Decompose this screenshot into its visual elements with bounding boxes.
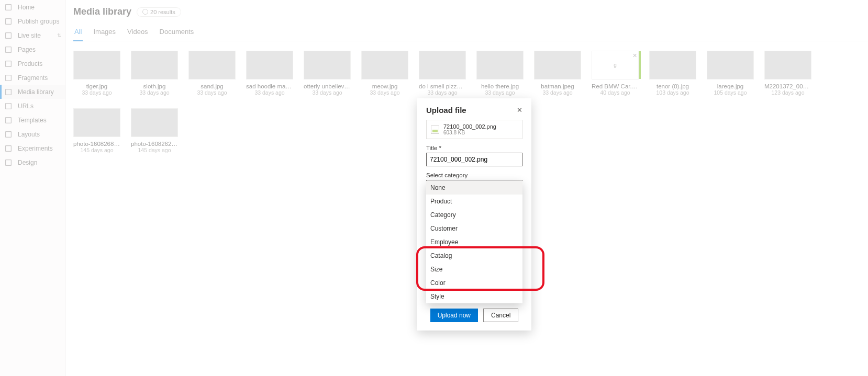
category-option-product[interactable]: Product [426,195,522,208]
product-icon [4,60,13,68]
media-card[interactable]: otterly unbelievable.j...33 days ago [304,51,351,96]
tab-documents[interactable]: Documents [159,25,195,41]
sidebar-item-label: Products [18,60,42,67]
media-age: 40 days ago [600,89,630,96]
media-card[interactable]: tenor (0).jpg103 days ago [649,51,696,96]
media-thumbnail [131,108,178,137]
media-age: 33 days ago [197,89,227,96]
media-card[interactable]: hello there.jpg33 days ago [476,51,524,96]
media-card[interactable]: M2201372_000_002.p...123 days ago [764,51,811,96]
category-option-color[interactable]: Color [426,276,522,290]
sidebar-item-templates[interactable]: Templates [0,113,65,127]
design-icon [4,158,13,167]
file-size: 603.8 KB [443,130,496,135]
category-option-size[interactable]: Size [426,263,522,276]
media-filename: sad hoodie man.jpg [246,83,293,89]
category-label: Select category [426,172,522,178]
sidebar-item-design[interactable]: Design [0,155,65,169]
sidebar-item-label: Media library [18,88,54,96]
upload-progress [639,51,641,79]
media-filename: tiger.jpg [86,83,107,89]
svg-rect-10 [6,145,12,151]
media-age: 33 days ago [542,89,572,96]
media-card[interactable]: do i smell pizza.jpg33 days ago [419,51,466,96]
media-card[interactable]: tiger.jpg33 days ago [73,51,120,96]
upload-file-modal: Upload file ✕ 72100_000_002.png 603.8 KB… [417,98,531,331]
category-option-catalog[interactable]: Catalog [426,249,522,263]
category-option-customer[interactable]: Customer [426,222,522,235]
file-name: 72100_000_002.png [443,123,496,130]
media-age: 105 days ago [714,89,747,96]
results-count: 20 results [137,7,181,17]
svg-rect-4 [6,61,12,66]
home-icon [4,3,13,12]
sidebar-item-live-site[interactable]: Live site⇅ [0,28,65,42]
cancel-button[interactable]: Cancel [483,309,518,322]
title-label: Title [426,145,522,151]
page-icon [4,45,13,54]
template-icon [4,116,13,124]
clock-icon [142,9,148,15]
category-option-employee[interactable]: Employee [426,235,522,249]
cancel-upload-icon[interactable]: ✕ [632,52,637,59]
tab-all[interactable]: All [73,25,83,41]
media-thumbnail [764,51,811,79]
svg-rect-9 [6,131,12,137]
modal-title: Upload file [426,106,466,115]
media-icon [4,88,13,96]
sidebar-item-home[interactable]: Home [0,0,65,14]
sidebar-item-label: Layouts [18,131,40,138]
media-card[interactable]: batman.jpeg33 days ago [534,51,581,96]
broadcast-icon [4,31,13,40]
media-age: 33 days ago [139,89,169,96]
results-text: 20 results [150,9,175,15]
media-card[interactable]: sloth.jpg33 days ago [131,51,178,96]
upload-now-button[interactable]: Upload now [430,309,478,322]
media-age: 103 days ago [656,89,689,96]
media-age: 33 days ago [427,89,457,96]
category-option-category[interactable]: Category [426,208,522,222]
svg-rect-11 [6,159,12,165]
sidebar-item-label: Home [18,4,35,11]
sidebar-item-pages[interactable]: Pages [0,42,65,56]
media-thumbnail [649,51,696,79]
close-icon[interactable]: ✕ [517,106,522,114]
sidebar-item-fragments[interactable]: Fragments [0,71,65,85]
rocket-icon [4,17,13,26]
link-icon [4,102,13,110]
svg-rect-3 [6,47,12,52]
media-thumbnail [476,51,524,79]
sidebar-item-label: Fragments [18,74,48,82]
layout-icon [4,130,13,139]
category-option-style[interactable]: Style [426,290,522,303]
page-title: Media library [73,6,131,17]
svg-rect-6 [6,89,12,95]
sidebar-item-media-library[interactable]: Media library [0,85,65,99]
media-filename: meow.jpg [372,83,398,89]
media-card[interactable]: lareqe.jpg105 days ago [707,51,754,96]
sidebar-item-urls[interactable]: URLs [0,99,65,113]
tab-images[interactable]: Images [92,25,117,41]
media-age: 145 days ago [80,147,113,153]
sidebar-item-label: URLs [18,102,34,110]
sidebar-item-publish-groups[interactable]: Publish groups [0,14,65,28]
media-card[interactable]: sand.jpg33 days ago [188,51,236,96]
title-input[interactable] [426,153,522,166]
image-file-icon [431,126,439,134]
category-option-none[interactable]: None [426,181,522,195]
sidebar-item-products[interactable]: Products [0,56,65,71]
media-card[interactable]: photo-160826862760...145 days ago [73,108,120,153]
media-card[interactable]: sad hoodie man.jpg33 days ago [246,51,293,96]
media-filename: photo-160826294108... [131,141,178,147]
media-card[interactable]: photo-160826294108...145 days ago [131,108,178,153]
media-card[interactable]: g✕Red BMW Car.jpg40 days ago [592,51,639,96]
sidebar-item-layouts[interactable]: Layouts [0,127,65,141]
tabs: AllImagesVideosDocuments [73,25,868,41]
tab-videos[interactable]: Videos [126,25,149,41]
svg-rect-5 [6,75,12,81]
media-thumbnail [246,51,293,79]
sidebar-item-experiments[interactable]: Experiments [0,141,65,155]
media-age: 33 days ago [370,89,399,96]
flask-icon [4,144,13,153]
media-card[interactable]: meow.jpg33 days ago [361,51,408,96]
